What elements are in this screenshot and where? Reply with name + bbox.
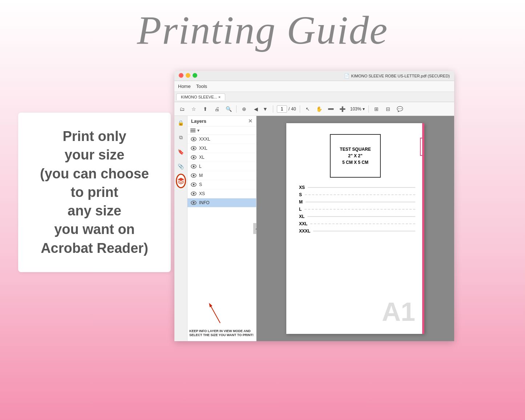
size-row-xl: XL bbox=[299, 214, 415, 219]
main-area: 🔒 ⧉ 🔖 📎 Layers ✕ bbox=[174, 116, 454, 341]
size-label: S bbox=[299, 192, 302, 197]
size-line bbox=[313, 231, 415, 231]
attachment-icon[interactable]: 📎 bbox=[177, 162, 185, 170]
layer-item-xxl[interactable]: XXL bbox=[187, 144, 256, 153]
svg-rect-2 bbox=[190, 132, 195, 132]
layer-item-m[interactable]: M bbox=[187, 171, 256, 180]
instruction-box: Print only your size (you can choose to … bbox=[18, 113, 171, 272]
test-square-text: TEST SQUARE 2" X 2" 5 CM X 5 CM bbox=[340, 146, 371, 166]
svg-point-10 bbox=[193, 166, 195, 167]
layers-title: Layers bbox=[191, 118, 206, 124]
size-label: XXXL bbox=[299, 229, 310, 234]
layer-item-l[interactable]: L bbox=[187, 162, 256, 171]
bookmark-panel-icon[interactable]: 🔖 bbox=[177, 148, 185, 156]
cursor-icon[interactable]: ↖ bbox=[304, 105, 312, 113]
annotation-text: KEEP INFO LAYER IN VIEW MODE AND SELECT … bbox=[189, 329, 255, 338]
svg-point-4 bbox=[193, 138, 195, 140]
layer-item-xs[interactable]: XS bbox=[187, 189, 256, 198]
zoom-icon2[interactable]: ⊕ bbox=[240, 105, 248, 113]
eye-icon[interactable] bbox=[190, 146, 197, 151]
size-label: XXL bbox=[299, 221, 307, 226]
eye-icon[interactable] bbox=[190, 191, 197, 196]
svg-point-8 bbox=[193, 157, 195, 158]
comment-icon[interactable]: 💬 bbox=[396, 105, 404, 113]
layer-item-s[interactable]: S bbox=[187, 180, 256, 189]
svg-point-14 bbox=[193, 184, 195, 186]
lock-icon[interactable]: 🔒 bbox=[177, 119, 185, 127]
size-line bbox=[304, 209, 415, 210]
layers-panel: Layers ✕ ▾ XXXLXXLXLLMSXSINFO bbox=[187, 116, 257, 341]
size-row-xxxl: XXXL bbox=[299, 229, 415, 234]
layers-toolbar: ▾ bbox=[187, 126, 256, 135]
size-label: M bbox=[299, 199, 303, 205]
next-page[interactable]: ▼ bbox=[261, 105, 269, 113]
layers-menu-icon bbox=[190, 128, 196, 133]
zoom-minus[interactable]: ➖ bbox=[327, 105, 335, 113]
layer-item-xl[interactable]: XL bbox=[187, 153, 256, 162]
zoom-value: 103% bbox=[350, 106, 362, 112]
layer-name: L bbox=[199, 164, 202, 169]
sep4 bbox=[368, 105, 369, 113]
layer-name: INFO bbox=[199, 200, 210, 205]
file-icon[interactable]: 🗂 bbox=[178, 105, 186, 113]
zoom-out-icon[interactable]: 🔍 bbox=[225, 105, 233, 113]
active-tab[interactable]: KIMONO SLEEVE... × bbox=[176, 93, 225, 100]
hand-icon[interactable]: ✋ bbox=[315, 105, 323, 113]
size-line bbox=[306, 202, 415, 202]
minimize-button[interactable] bbox=[186, 73, 190, 78]
page-input[interactable] bbox=[277, 105, 287, 113]
layer-name: XXL bbox=[199, 146, 207, 151]
layers-sidebar-icon[interactable] bbox=[177, 177, 185, 185]
upload-icon[interactable]: ⬆ bbox=[201, 105, 209, 113]
sidebar-icons: 🔒 ⧉ 🔖 📎 bbox=[174, 116, 187, 341]
eye-icon[interactable] bbox=[190, 137, 197, 142]
size-line bbox=[308, 187, 415, 188]
fit-page-icon[interactable]: ⊞ bbox=[372, 105, 380, 113]
sep1 bbox=[236, 105, 237, 113]
svg-rect-0 bbox=[190, 129, 195, 129]
view-icon[interactable]: ⊟ bbox=[384, 105, 392, 113]
prev-page[interactable]: ◀ bbox=[252, 105, 260, 113]
layers-close[interactable]: ✕ bbox=[248, 118, 253, 124]
bookmark-icon[interactable]: ☆ bbox=[190, 105, 198, 113]
acrobat-window: 📄 KIMONO SLEEVE ROBE US-LETTER.pdf (SECU… bbox=[174, 71, 454, 341]
layer-name: S bbox=[199, 182, 202, 187]
size-row-xxl: XXL bbox=[299, 221, 415, 226]
window-title: 📄 KIMONO SLEEVE ROBE US-LETTER.pdf (SECU… bbox=[344, 73, 450, 78]
layer-name: XXXL bbox=[199, 137, 210, 142]
layer-name: XS bbox=[199, 191, 205, 196]
zoom-dropdown[interactable]: ▾ bbox=[363, 106, 365, 112]
menu-home[interactable]: Home bbox=[178, 84, 191, 89]
size-row-m: M bbox=[299, 199, 415, 205]
print-icon[interactable]: 🖨 bbox=[213, 105, 221, 113]
tab-bar: KIMONO SLEEVE... × bbox=[174, 92, 454, 102]
svg-point-12 bbox=[193, 175, 195, 177]
eye-icon[interactable] bbox=[190, 155, 197, 160]
layers-icon bbox=[177, 177, 185, 185]
eye-icon[interactable] bbox=[190, 173, 197, 178]
size-line bbox=[310, 223, 415, 224]
size-label: XL bbox=[299, 214, 304, 219]
test-square: TEST SQUARE 2" X 2" 5 CM X 5 CM bbox=[330, 134, 381, 178]
svg-point-6 bbox=[193, 148, 195, 149]
size-row-xs: XS bbox=[299, 185, 415, 190]
title-bar: 📄 KIMONO SLEEVE ROBE US-LETTER.pdf (SECU… bbox=[174, 71, 454, 81]
close-button[interactable] bbox=[179, 73, 183, 78]
copy-icon[interactable]: ⧉ bbox=[177, 133, 185, 141]
layers-options[interactable]: ▾ bbox=[190, 128, 199, 133]
tab-label: KIMONO SLEEVE... × bbox=[181, 95, 221, 99]
eye-icon[interactable] bbox=[190, 200, 197, 205]
layer-item-info[interactable]: INFO bbox=[187, 198, 256, 207]
eye-icon[interactable] bbox=[190, 182, 197, 187]
page-nav: ◀ ▼ bbox=[252, 105, 269, 113]
svg-line-20 bbox=[211, 307, 220, 323]
maximize-button[interactable] bbox=[193, 73, 197, 78]
menu-tools[interactable]: Tools bbox=[196, 84, 207, 89]
annotation-arrow bbox=[207, 303, 233, 325]
layer-item-xxxl[interactable]: XXXL bbox=[187, 135, 256, 144]
size-line bbox=[307, 216, 415, 217]
pdf-page: TEST SQUARE 2" X 2" 5 CM X 5 CM XSSMLXLX… bbox=[286, 123, 424, 334]
eye-icon[interactable] bbox=[190, 164, 197, 169]
zoom-plus[interactable]: ➕ bbox=[339, 105, 347, 113]
layers-header: Layers ✕ bbox=[187, 116, 256, 126]
